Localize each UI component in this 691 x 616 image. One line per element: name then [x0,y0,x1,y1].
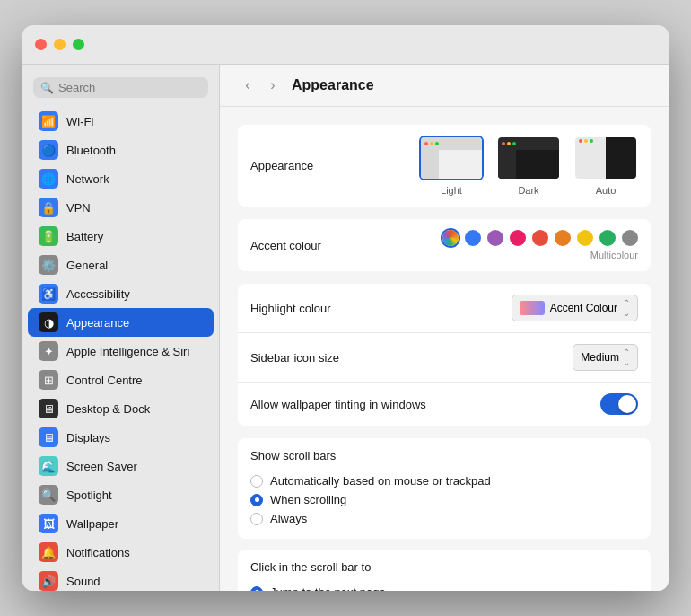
red-dot[interactable] [532,230,548,246]
sidebar-item-battery[interactable]: 🔋 Battery [28,222,214,251]
scroll-auto-radio[interactable] [250,475,263,488]
sidebar-item-vpn[interactable]: 🔒 VPN [28,193,214,222]
orange-dot[interactable] [555,230,571,246]
light-thumb [419,136,484,180]
sidebar-item-network[interactable]: 🌐 Network [28,164,214,193]
wallpaper-tinting-row: Allow wallpaper tinting in windows [238,383,651,426]
appearance-block: Appearance [238,125,651,207]
scroll-always-option[interactable]: Always [250,509,638,528]
sound-icon: 🔊 [39,571,58,591]
color-dots [442,230,638,246]
search-bar[interactable]: 🔍 [33,77,208,98]
highlight-label: Highlight colour [250,302,512,315]
sidebar-item-spotlight[interactable]: 🔍 Spotlight [28,480,214,509]
sidebar-item-label: Displays [66,431,110,444]
scroll-scrolling-label: When scrolling [270,493,346,506]
panel-content: Appearance [220,107,669,591]
appearance-setting-label: Appearance [250,159,419,172]
sidebar-item-sound[interactable]: 🔊 Sound [28,567,214,591]
green-dot[interactable] [599,230,616,246]
accent-block: Accent colour [238,219,651,271]
sidebar-size-dropdown[interactable]: Medium ⌃⌄ [573,344,638,371]
sidebar-item-label: Control Centre [66,374,143,387]
bluetooth-icon: 🔵 [39,140,58,160]
appearance-light-option[interactable]: Light [419,136,484,196]
sidebar-item-accessibility[interactable]: ♿ Accessibility [28,279,214,308]
sidebar-item-label: Network [66,172,109,186]
wallpaper-tinting-label: Allow wallpaper tinting in windows [250,398,600,411]
highlight-value: Accent Colour [550,302,617,314]
main-panel: ‹ › Appearance Appearance [220,65,669,591]
back-button[interactable]: ‹ [238,75,258,95]
multicolour-label: Multicolour [590,250,638,260]
panel-header: ‹ › Appearance [220,65,669,107]
graphite-dot[interactable] [622,230,638,246]
scroll-auto-option[interactable]: Automatically based on mouse or trackpad [250,471,638,490]
battery-icon: 🔋 [39,226,58,246]
appearance-setting-group: Appearance [238,125,651,207]
sidebar-item-screen-saver[interactable]: 🌊 Screen Saver [28,452,214,480]
search-input[interactable] [58,81,201,94]
click-next-page-radio[interactable] [250,586,263,592]
click-next-page-label: Jump to the next page [270,585,386,591]
accent-label: Accent colour [250,239,442,252]
click-scroll-title: Click in the scroll bar to [250,560,638,574]
scroll-scrolling-option[interactable]: When scrolling [250,490,638,509]
maximize-button[interactable] [73,39,84,50]
dark-thumb [496,136,561,180]
sidebar-item-bluetooth[interactable]: 🔵 Bluetooth [28,136,214,164]
wifi-icon: 📶 [39,111,58,131]
minimize-button[interactable] [54,39,66,50]
sidebar-item-apple-intelligence[interactable]: ✦ Apple Intelligence & Siri [28,337,214,365]
sidebar-item-label: Wallpaper [66,517,118,531]
close-button[interactable] [35,39,47,50]
sidebar-item-label: Accessibility [66,287,130,301]
yellow-dot[interactable] [577,230,593,246]
sidebar-item-wallpaper[interactable]: 🖼 Wallpaper [28,509,214,538]
sidebar: 🔍 📶 Wi-Fi 🔵 Bluetooth 🌐 Network 🔒 VPN [22,65,220,591]
appearance-dark-option[interactable]: Dark [496,136,561,196]
desktop-dock-icon: 🖥 [39,399,58,418]
sidebar-item-label: General [66,259,108,272]
control-centre-icon: ⊞ [39,370,58,390]
titlebar [22,25,669,65]
click-next-page-option[interactable]: Jump to the next page [250,583,638,591]
sidebar-item-label: Apple Intelligence & Siri [66,345,189,358]
purple-dot[interactable] [487,230,503,246]
window-content: 🔍 📶 Wi-Fi 🔵 Bluetooth 🌐 Network 🔒 VPN [22,65,669,591]
multicolor-dot[interactable] [442,230,459,246]
page-title: Appearance [292,77,374,93]
dark-label: Dark [518,185,538,196]
auto-label: Auto [596,185,617,196]
sidebar-item-general[interactable]: ⚙️ General [28,251,214,279]
highlight-picker-button[interactable]: Accent Colour ⌃⌄ [512,295,638,321]
accent-row: Accent colour [238,219,651,271]
sidebar-item-wifi[interactable]: 📶 Wi-Fi [28,107,214,136]
vpn-icon: 🔒 [39,198,58,217]
appearance-options: Light [419,136,638,196]
scroll-auto-label: Automatically based on mouse or trackpad [270,474,491,488]
accent-setting-group: Accent colour [238,219,651,271]
sidebar-item-label: VPN [66,201,91,215]
scroll-always-label: Always [270,512,307,525]
wallpaper-tinting-toggle[interactable] [600,393,638,415]
search-icon: 🔍 [40,82,54,94]
sidebar-item-appearance[interactable]: ◑ Appearance [28,308,214,337]
sidebar-item-label: Desktop & Dock [66,402,150,416]
network-icon: 🌐 [39,169,58,189]
sidebar-item-displays[interactable]: 🖥 Displays [28,423,214,452]
highlight-sidebar-block: Highlight colour Accent Colour ⌃⌄ Sideba… [238,284,651,426]
sidebar-item-notifications[interactable]: 🔔 Notifications [28,538,214,567]
notifications-icon: 🔔 [39,542,58,562]
sidebar-item-desktop-dock[interactable]: 🖥 Desktop & Dock [28,394,214,423]
sidebar-item-label: Wi-Fi [66,115,93,128]
pink-dot[interactable] [510,230,526,246]
scroll-scrolling-radio[interactable] [250,494,263,506]
sidebar-size-value: Medium [581,351,619,364]
blue-dot[interactable] [465,230,481,246]
appearance-auto-option[interactable]: Auto [573,136,638,196]
displays-icon: 🖥 [39,427,58,447]
sidebar-item-control-centre[interactable]: ⊞ Control Centre [28,365,214,394]
forward-button[interactable]: › [263,75,283,95]
scroll-always-radio[interactable] [250,513,263,525]
